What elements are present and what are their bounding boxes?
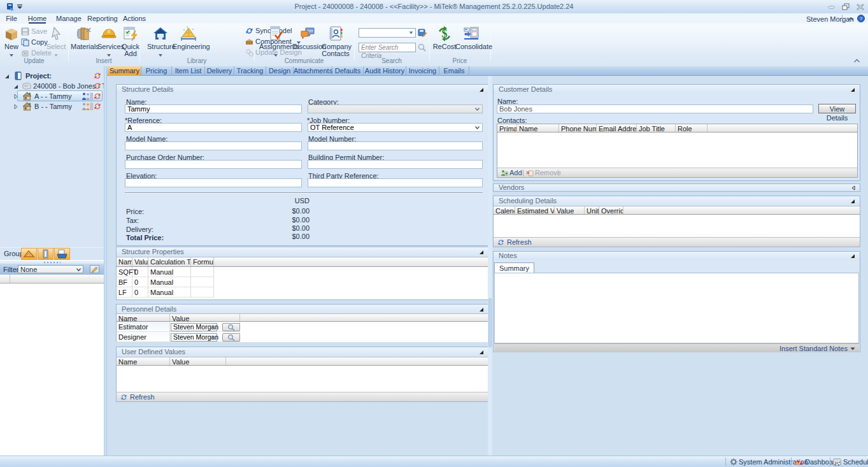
designer-search-button[interactable] [222,333,240,341]
ribbon-minimize-chevron-icon[interactable] [853,59,862,65]
refresh-structure-icon[interactable] [94,103,101,110]
col-role[interactable]: Role [676,124,708,132]
table-row[interactable]: Designer Steven Morgan [117,332,240,342]
col-override[interactable]: Override [599,206,623,214]
model-name-input[interactable] [125,141,302,150]
status-scheduling[interactable]: Scheduling [843,457,868,466]
content-scrollbar[interactable] [488,76,492,456]
search-magnifier-icon[interactable] [418,43,426,52]
refresh-project-icon[interactable] [94,72,101,80]
estimator-search-button[interactable] [222,323,240,331]
collapse-panel-icon[interactable] [479,87,484,92]
permit-input[interactable] [308,160,483,169]
udv-refresh-bar[interactable]: Refresh [117,392,488,401]
structure-properties-header[interactable]: Structure Properties [117,247,488,256]
scrollbar-thumb[interactable] [488,298,492,347]
col-estimated-value[interactable]: Estimated Value [515,206,555,214]
notes-textarea[interactable] [494,273,859,343]
engineering-button[interactable]: Engineering [173,25,204,57]
col-name[interactable]: Name [517,124,559,132]
customer-details-header[interactable]: Customer Details [494,85,860,94]
tree-expander-collapsed-icon[interactable] [14,104,18,110]
quick-add-button[interactable]: QuickAdd [120,25,141,57]
po-input[interactable] [125,160,302,169]
table-row[interactable]: Estimator Steven Morgan [117,322,240,332]
select-button[interactable]: Select [45,25,68,57]
collapse-panel-icon[interactable] [850,254,855,259]
recost-button[interactable]: $ ReCost [432,25,457,57]
col-primary[interactable]: Primary [497,124,517,132]
collapse-panel-icon[interactable] [850,87,855,92]
structure-button[interactable]: Structure [147,25,174,57]
structure-details-header[interactable]: Structure Details [117,85,488,94]
collapse-panel-icon[interactable] [479,307,484,312]
tab-audit-history[interactable]: Audit History [364,66,406,76]
consolidate-button[interactable]: Consolidate [455,25,487,57]
copy-button[interactable]: Copy [21,38,48,47]
remove-button[interactable]: Remove [535,169,561,176]
add-button[interactable]: Add [509,169,522,176]
col-name[interactable]: Name [117,257,132,266]
scheduling-refresh-bar[interactable]: Refresh [494,237,860,247]
col-calculation-type[interactable]: Calculation Type [148,257,191,266]
col-value[interactable]: Value [132,257,148,266]
collapse-panel-icon[interactable] [479,350,484,355]
table-row[interactable]: LF 0 Manual [117,287,214,298]
col-calendar[interactable]: Calendar [494,206,515,214]
saved-search-icon[interactable] [418,28,427,37]
notes-header[interactable]: Notes [494,252,860,260]
tree-item-structure-a[interactable]: A - - Tammy [0,91,104,101]
assignments-button[interactable]: Assignments [259,25,292,57]
tab-invoicing[interactable]: Invoicing [406,66,439,76]
tree-item-job[interactable]: 240008 - Bob Jones - Tar [0,81,104,91]
designer-combo[interactable]: Steven Morgan [171,333,217,341]
tab-emails[interactable]: Emails [439,66,469,76]
group-by-output-button[interactable] [54,248,70,260]
view-details-button[interactable]: View Details [818,104,856,113]
summary-notes-tab[interactable]: Summary Notes [494,262,534,273]
ribbon-tab-file[interactable]: File [3,14,20,24]
tab-defaults[interactable]: Defaults [332,66,364,76]
col-unit[interactable]: Unit [585,206,599,214]
expand-panel-icon[interactable] [851,185,855,190]
tree-expander-expanded-icon[interactable] [4,74,10,79]
tree-expander-expanded-icon[interactable] [13,84,18,89]
tab-delivery[interactable]: Delivery [205,66,234,76]
job-number-combo[interactable]: OT Reference [308,123,483,132]
group-by-level-button[interactable] [38,248,53,260]
col-value[interactable]: Value [170,357,226,365]
minimize-button[interactable] [827,3,836,10]
restore-button[interactable] [841,3,850,10]
col-formula[interactable]: Formula [191,257,214,266]
col-name[interactable]: Name [117,314,170,321]
refresh-job-icon[interactable] [94,82,101,90]
tree-expander-collapsed-icon[interactable] [14,94,18,99]
new-button[interactable]: New [1,25,22,57]
category-combo[interactable] [308,104,483,113]
col-email[interactable]: Email Address [597,124,637,132]
personnel-details-header[interactable]: Personnel Details [117,305,488,313]
col-name[interactable]: Name [117,357,170,365]
tab-design[interactable]: Design [266,66,294,76]
table-row[interactable]: SQFT 0 Manual [117,267,214,277]
tree-item-project[interactable]: Project: [0,71,104,81]
collapse-panel-icon[interactable] [850,199,855,204]
model-number-input[interactable] [308,141,483,150]
ribbon-tab-actions[interactable]: Actions [123,14,146,24]
udv-header[interactable]: User Defined Values [117,347,488,356]
company-contacts-button[interactable]: CompanyContacts [322,25,350,57]
scheduling-details-header[interactable]: Scheduling Details [494,196,860,205]
ribbon-tab-manage[interactable]: Manage [56,14,80,24]
search-input[interactable]: Enter Search Criteria [359,43,416,52]
third-party-input[interactable] [308,178,483,187]
col-phone[interactable]: Phone Number [559,124,597,132]
tab-item-list[interactable]: Item List [172,66,205,76]
tab-tracking[interactable]: Tracking [234,66,266,76]
customer-name-input[interactable]: Bob Jones [497,104,813,113]
search-combo[interactable] [359,28,416,38]
insert-standard-notes-button[interactable]: Insert Standard Notes [779,345,848,352]
table-row[interactable]: BF 0 Manual [117,277,214,287]
ribbon-tab-home[interactable]: Home [27,14,47,24]
help-icon[interactable]: ? [857,15,865,22]
filter-dropdown[interactable]: None [18,265,83,273]
